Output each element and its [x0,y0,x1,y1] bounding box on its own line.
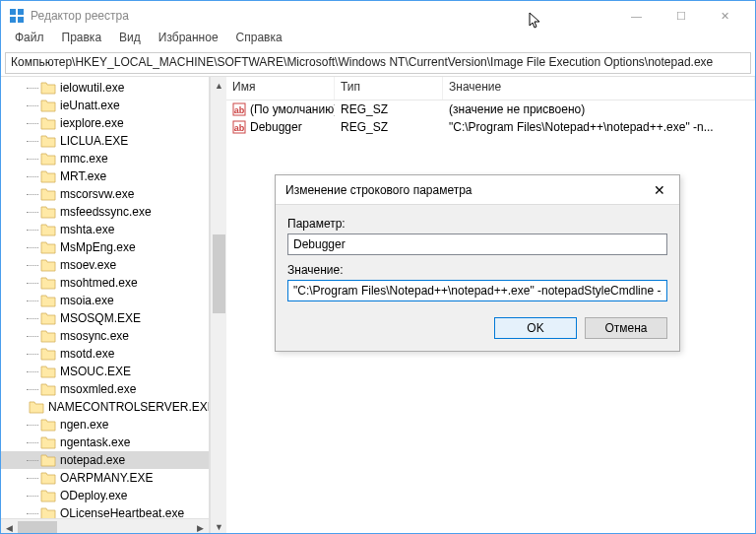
tree-item[interactable]: ngen.exe [1,416,209,434]
tree-item-label: mshta.exe [60,223,114,236]
tree-item[interactable]: MsMpEng.exe [1,238,209,256]
tree-item-label: iexplore.exe [60,116,124,130]
edit-string-dialog: Изменение строкового параметра ✕ Парамет… [275,174,680,352]
param-label: Параметр: [287,217,667,231]
menu-file[interactable]: Файл [7,31,52,50]
scroll-down-icon[interactable]: ▼ [211,518,227,534]
scroll-thumb-v[interactable] [213,234,225,313]
tree-body[interactable]: ielowutil.exeieUnatt.exeiexplore.exeLICL… [1,77,209,518]
tree-item[interactable]: OLicenseHeartbeat.exe [1,504,209,518]
address-bar[interactable]: Компьютер\HKEY_LOCAL_MACHINE\SOFTWARE\Mi… [5,52,751,74]
regedit-icon [9,8,25,24]
tree-item[interactable]: msfeedssync.exe [1,203,209,221]
tree-item-label: LICLUA.EXE [60,134,128,148]
svg-rect-1 [18,9,24,15]
tree-item[interactable]: ODeploy.exe [1,487,209,504]
tree-item-label: mscorsvw.exe [60,187,134,201]
cancel-button[interactable]: Отмена [585,317,667,339]
scroll-right-icon[interactable]: ▶ [192,519,209,534]
scroll-thumb-h[interactable] [18,521,57,534]
tree-item[interactable]: LICLUA.EXE [1,132,209,150]
vertical-scrollbar[interactable]: ▲ ▼ [210,77,226,534]
value-label: Значение: [287,263,667,277]
tree-item[interactable]: msoia.exe [1,292,209,309]
ok-button[interactable]: OK [494,317,577,339]
menubar: Файл Правка Вид Избранное Справка [1,31,755,50]
svg-text:ab: ab [234,105,245,115]
cell-name: abDebugger [226,120,335,134]
svg-rect-2 [10,17,16,23]
cell-name: ab(По умолчанию) [226,102,335,116]
menu-help[interactable]: Справка [228,31,290,50]
list-row[interactable]: ab(По умолчанию)REG_SZ(значение не присв… [226,100,755,118]
column-type[interactable]: Тип [335,77,443,100]
column-value[interactable]: Значение [443,77,755,100]
svg-rect-0 [10,9,16,15]
tree-item-label: msohtmed.exe [60,276,138,290]
window-title: Редактор реестра [31,9,614,23]
close-button[interactable]: ✕ [703,1,747,31]
tree-item-label: msosync.exe [60,329,129,343]
tree-item[interactable]: msohtmed.exe [1,274,209,292]
column-name[interactable]: Имя [226,77,335,100]
tree-item[interactable]: MSOSQM.EXE [1,309,209,327]
tree-item-label: MSOSQM.EXE [60,311,141,325]
tree-item-label: NAMECONTROLSERVER.EXE [48,400,209,414]
tree-item-label: ieUnatt.exe [60,99,120,112]
tree-item[interactable]: MRT.exe [1,167,209,185]
maximize-button[interactable]: ☐ [659,1,703,31]
tree-item[interactable]: MSOUC.EXE [1,363,209,380]
tree-item[interactable]: msotd.exe [1,345,209,363]
tree-item-label: msoxmled.exe [60,382,136,396]
minimize-button[interactable]: — [614,1,659,31]
cell-type: REG_SZ [335,120,443,134]
dialog-title: Изменение строкового параметра [285,183,640,197]
tree-item-label: MSOUC.EXE [60,365,131,378]
cell-type: REG_SZ [335,102,443,116]
scroll-up-icon[interactable]: ▲ [211,77,227,94]
tree-item[interactable]: OARPMANY.EXE [1,469,209,487]
param-input[interactable] [287,234,667,255]
cell-value: (значение не присвоено) [443,102,755,116]
value-input[interactable] [287,280,667,301]
tree-item-label: msfeedssync.exe [60,205,152,219]
tree-item[interactable]: msoev.exe [1,256,209,274]
tree-item-label: msoia.exe [60,294,114,307]
tree-item[interactable]: mscorsvw.exe [1,185,209,203]
menu-favorites[interactable]: Избранное [151,31,226,50]
window-controls: — ☐ ✕ [614,1,747,31]
tree-item-label: msotd.exe [60,347,114,361]
tree-item[interactable]: mshta.exe [1,221,209,238]
tree-item[interactable]: NAMECONTROLSERVER.EXE [1,398,209,416]
scroll-left-icon[interactable]: ◀ [1,519,18,534]
svg-text:ab: ab [234,123,245,133]
dialog-body: Параметр: Значение: OK Отмена [276,205,679,351]
tree-item-label: MRT.exe [60,169,106,183]
menu-edit[interactable]: Правка [54,31,110,50]
tree-item[interactable]: msoxmled.exe [1,380,209,398]
list-header: Имя Тип Значение [226,77,755,100]
tree-item[interactable]: mmc.exe [1,150,209,167]
tree-item[interactable]: msosync.exe [1,327,209,345]
tree-item[interactable]: ielowutil.exe [1,79,209,97]
horizontal-scrollbar[interactable]: ◀ ▶ [1,518,209,534]
tree-item-label: OLicenseHeartbeat.exe [60,506,184,518]
menu-view[interactable]: Вид [111,31,149,50]
tree-item-label: ielowutil.exe [60,81,124,95]
tree-item-label: OARPMANY.EXE [60,471,153,485]
tree-item-label: ngentask.exe [60,435,130,449]
titlebar: Редактор реестра — ☐ ✕ [1,1,755,31]
tree-item-label: notepad.exe [60,453,125,467]
dialog-titlebar: Изменение строкового параметра ✕ [276,175,679,205]
list-row[interactable]: abDebuggerREG_SZ"C:\Program Files\Notepa… [226,118,755,136]
tree-item[interactable]: iexplore.exe [1,114,209,132]
tree-item-label: MsMpEng.exe [60,240,136,254]
tree-item-label: mmc.exe [60,152,108,166]
dialog-close-button[interactable]: ✕ [640,175,679,205]
tree-item[interactable]: ngentask.exe [1,434,209,451]
svg-rect-3 [18,17,24,23]
tree-item[interactable]: ieUnatt.exe [1,97,209,114]
dialog-buttons: OK Отмена [287,317,667,339]
tree-item-label: ODeploy.exe [60,489,127,502]
tree-item[interactable]: notepad.exe [1,451,209,469]
